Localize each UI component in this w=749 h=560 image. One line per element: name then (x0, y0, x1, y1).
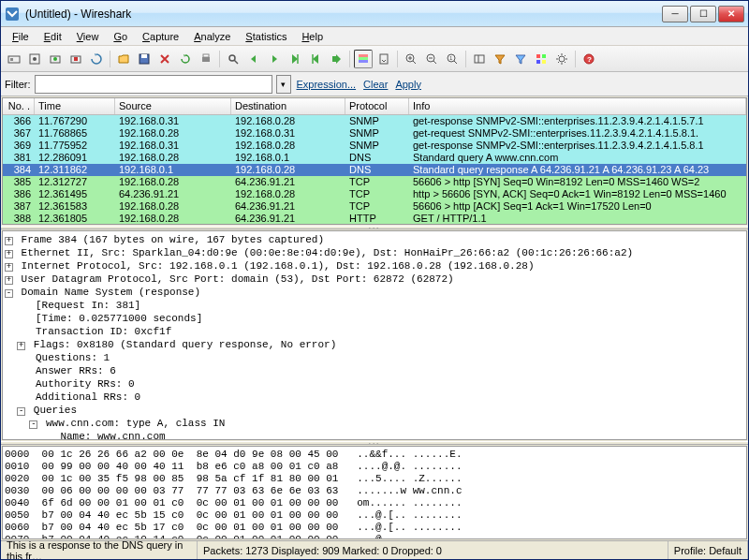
restart-capture-icon[interactable] (87, 50, 106, 68)
tree-node[interactable]: Questions: 1 (5, 351, 744, 364)
titlebar[interactable]: (Untitled) - Wireshark ─ ☐ ✕ (1, 1, 748, 27)
start-capture-icon[interactable] (46, 50, 65, 68)
tree-toggle-icon[interactable]: - (17, 407, 25, 416)
svg-rect-11 (202, 57, 210, 62)
print-icon[interactable] (197, 50, 215, 68)
menu-go[interactable]: Go (106, 29, 135, 44)
minimize-button[interactable]: ─ (662, 6, 688, 22)
capture-filters-icon[interactable] (491, 50, 509, 68)
packet-bytes[interactable]: 0000 00 1c 26 26 66 a2 00 0e 8e 04 d0 9e… (2, 446, 747, 539)
svg-line-14 (234, 60, 238, 64)
tree-node[interactable]: + Frame 384 (167 bytes on wire, 167 byte… (5, 233, 744, 246)
stop-capture-icon[interactable] (66, 50, 85, 68)
packet-row[interactable]: 36911.775952192.168.0.31192.168.0.28SNMP… (3, 140, 746, 152)
packet-row[interactable]: 38112.286091192.168.0.28192.168.0.1DNSSt… (3, 152, 746, 164)
splitter-2[interactable] (1, 441, 748, 445)
packet-row[interactable]: 36711.768865192.168.0.28192.168.0.31SNMP… (3, 127, 746, 140)
find-icon[interactable] (224, 50, 242, 68)
options-icon[interactable] (25, 50, 44, 68)
zoom-in-icon[interactable] (402, 50, 420, 68)
svg-rect-17 (359, 54, 368, 57)
tree-toggle-icon[interactable]: + (5, 237, 13, 245)
svg-point-4 (33, 57, 37, 61)
menu-capture[interactable]: Capture (135, 29, 186, 44)
close-file-icon[interactable] (155, 50, 174, 68)
tree-node[interactable]: + Internet Protocol, Src: 192.168.0.1 (1… (5, 259, 744, 273)
svg-rect-19 (359, 60, 368, 63)
preferences-icon[interactable] (552, 50, 571, 68)
save-icon[interactable] (135, 50, 154, 68)
coloring-rules-icon[interactable] (532, 50, 551, 68)
status-profile: Profile: Default (668, 541, 748, 559)
svg-point-6 (53, 57, 57, 61)
col-info[interactable]: Info (409, 98, 746, 114)
reload-icon[interactable] (176, 50, 195, 68)
menu-file[interactable]: File (5, 29, 37, 44)
tree-node[interactable]: Authority RRs: 0 (5, 377, 744, 391)
packet-list[interactable]: No. . Time Source Destination Protocol I… (2, 97, 747, 225)
packet-row[interactable]: 36611.767290192.168.0.31192.168.0.28SNMP… (3, 115, 746, 127)
filter-dropdown-icon[interactable]: ▾ (276, 75, 291, 94)
menu-view[interactable]: View (69, 29, 107, 44)
tree-toggle-icon[interactable]: + (17, 342, 25, 350)
packet-row[interactable]: 38512.312727192.168.0.2864.236.91.21TCP5… (3, 176, 746, 188)
autoscroll-icon[interactable] (374, 50, 393, 68)
packet-row[interactable]: 38412.311862192.168.0.1192.168.0.28DNSSt… (3, 164, 746, 176)
open-icon[interactable] (114, 50, 133, 68)
packet-details[interactable]: + Frame 384 (167 bytes on wire, 167 byte… (2, 230, 747, 440)
colorize-icon[interactable] (354, 50, 373, 68)
go-back-icon[interactable] (244, 50, 263, 68)
tree-node[interactable]: + Ethernet II, Src: Sparklan_04:d0:9e (0… (5, 246, 744, 259)
col-source[interactable]: Source (115, 98, 231, 114)
menu-help[interactable]: Help (294, 29, 330, 44)
filter-label: Filter: (5, 79, 31, 90)
help-icon[interactable]: ? (580, 50, 598, 68)
svg-rect-33 (536, 54, 540, 58)
display-filters-icon[interactable] (511, 50, 530, 68)
splitter-1[interactable] (1, 226, 748, 229)
tree-toggle-icon[interactable]: + (5, 250, 13, 258)
tree-node[interactable]: Answer RRs: 6 (5, 364, 744, 377)
svg-point-37 (559, 56, 565, 62)
tree-node[interactable]: - Queries (5, 404, 744, 417)
packet-row[interactable]: 38712.361583192.168.0.2864.236.91.21TCP5… (3, 200, 746, 213)
tree-node[interactable]: - www.cnn.com: type A, class IN (5, 417, 744, 430)
tree-node[interactable]: Additional RRs: 0 (5, 391, 744, 404)
tree-toggle-icon[interactable]: + (5, 276, 13, 285)
apply-button[interactable]: Apply (393, 79, 423, 90)
packet-row[interactable]: 38612.36149564.236.91.21192.168.0.28TCPh… (3, 188, 746, 200)
go-forward-icon[interactable] (265, 50, 284, 68)
go-to-icon[interactable] (286, 50, 304, 68)
expression-button[interactable]: Expression... (295, 79, 359, 90)
go-first-icon[interactable] (306, 50, 325, 68)
tree-toggle-icon[interactable]: - (5, 289, 13, 298)
zoom-reset-icon[interactable]: 1 (443, 50, 462, 68)
filter-input[interactable] (35, 75, 272, 94)
close-button[interactable]: ✕ (718, 6, 744, 22)
tree-node[interactable]: [Time: 0.025771000 seconds] (5, 312, 744, 325)
svg-rect-36 (542, 60, 546, 64)
tree-toggle-icon[interactable]: - (29, 420, 37, 429)
svg-rect-8 (74, 57, 78, 61)
go-last-icon[interactable] (327, 50, 345, 68)
clear-button[interactable]: Clear (361, 79, 389, 90)
tree-node[interactable]: [Request In: 381] (5, 299, 744, 312)
zoom-out-icon[interactable] (422, 50, 441, 68)
menu-edit[interactable]: Edit (37, 29, 69, 44)
tree-node[interactable]: + Flags: 0x8180 (Standard query response… (5, 338, 744, 351)
col-destination[interactable]: Destination (231, 98, 345, 114)
menu-analyze[interactable]: Analyze (186, 29, 238, 44)
col-no[interactable]: No. . (3, 98, 35, 114)
col-protocol[interactable]: Protocol (345, 98, 409, 114)
tree-node[interactable]: + User Datagram Protocol, Src Port: doma… (5, 273, 744, 286)
toolbar: 1 ? (1, 46, 748, 72)
interfaces-icon[interactable] (5, 50, 23, 68)
maximize-button[interactable]: ☐ (690, 6, 716, 22)
col-time[interactable]: Time (35, 98, 115, 114)
tree-node[interactable]: - Domain Name System (response) (5, 286, 744, 299)
tree-node[interactable]: Transaction ID: 0xcf1f (5, 325, 744, 338)
tree-toggle-icon[interactable]: + (5, 263, 13, 272)
menu-statistics[interactable]: Statistics (238, 29, 294, 44)
packet-list-header[interactable]: No. . Time Source Destination Protocol I… (3, 98, 746, 115)
resize-columns-icon[interactable] (470, 50, 489, 68)
